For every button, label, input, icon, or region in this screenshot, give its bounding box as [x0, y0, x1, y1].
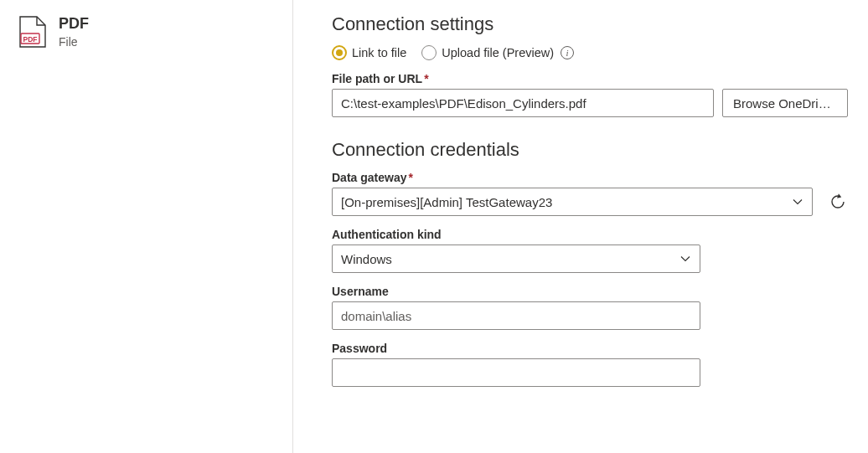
chevron-down-icon — [792, 196, 803, 208]
auth-kind-select[interactable]: Windows — [332, 245, 700, 273]
connection-settings-heading: Connection settings — [332, 13, 848, 35]
radio-upload-file[interactable]: Upload file (Preview) i — [421, 45, 574, 60]
refresh-gateway-button[interactable] — [828, 192, 848, 212]
radio-link-to-file[interactable]: Link to file — [332, 45, 406, 60]
browse-onedrive-button[interactable]: Browse OneDrive... — [722, 89, 848, 117]
refresh-icon — [829, 193, 846, 210]
file-path-label: File path or URL* — [332, 72, 848, 85]
radio-upload-label: Upload file (Preview) — [442, 46, 554, 59]
connector-subtitle: File — [59, 35, 89, 49]
data-gateway-label: Data gateway* — [332, 171, 848, 184]
pdf-file-icon: PDF — [18, 15, 47, 49]
data-gateway-value: [On-premises][Admin] TestGateway23 — [341, 195, 552, 209]
svg-text:PDF: PDF — [23, 35, 38, 44]
username-input[interactable] — [332, 301, 700, 330]
info-icon[interactable]: i — [561, 46, 574, 59]
radio-selected-icon — [332, 45, 347, 60]
auth-kind-label: Authentication kind — [332, 228, 848, 241]
radio-unselected-icon — [421, 45, 437, 60]
auth-kind-value: Windows — [341, 252, 392, 266]
data-gateway-select[interactable]: [On-premises][Admin] TestGateway23 — [332, 188, 813, 216]
connector-title: PDF — [59, 15, 89, 33]
password-input[interactable] — [332, 358, 700, 387]
chevron-down-icon — [679, 253, 691, 265]
connection-credentials-heading: Connection credentials — [332, 139, 848, 161]
username-label: Username — [332, 285, 848, 298]
file-path-input[interactable] — [332, 89, 714, 117]
password-label: Password — [332, 342, 848, 355]
radio-link-label: Link to file — [352, 46, 406, 59]
connector-sidebar: PDF PDF File — [0, 0, 293, 453]
